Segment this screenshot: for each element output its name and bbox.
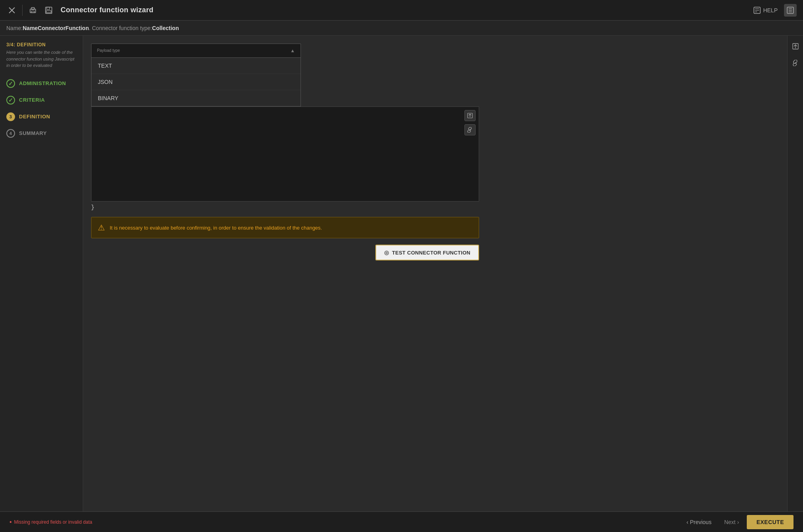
right-export-icon[interactable] bbox=[790, 40, 801, 52]
test-btn-container: ◎ TEST CONNECTOR FUNCTION bbox=[91, 245, 479, 260]
sidebar-item-label-summary: SUMMARY bbox=[19, 130, 47, 136]
prev-arrow-icon: ‹ bbox=[687, 519, 689, 525]
dropdown-option-binary[interactable]: BINARY bbox=[91, 90, 301, 106]
export-icon[interactable] bbox=[464, 110, 476, 121]
dropdown-arrow-icon: ▲ bbox=[290, 48, 295, 53]
link-icon[interactable] bbox=[464, 124, 476, 135]
editor-toolbar bbox=[464, 110, 476, 135]
next-label: Next bbox=[724, 519, 736, 525]
content-area: Payload type ▲ TEXT JSON BINARY bbox=[83, 36, 787, 511]
test-connector-label: TEST CONNECTOR FUNCTION bbox=[392, 250, 470, 256]
print-icon[interactable] bbox=[27, 5, 38, 16]
next-button[interactable]: Next › bbox=[719, 516, 744, 528]
page-title: Connector function wizard bbox=[61, 6, 747, 14]
play-circle-icon: ◎ bbox=[384, 249, 389, 256]
warning-bar: ⚠ It is necessary to evaluate before con… bbox=[91, 217, 479, 238]
dropdown-option-json[interactable]: JSON bbox=[91, 74, 301, 90]
subtitle-prefix: Name: bbox=[6, 25, 23, 31]
svg-rect-7 bbox=[46, 11, 51, 13]
definition-step-circle: 3 bbox=[6, 112, 15, 121]
sidebar-item-label-definition: DEFINITION bbox=[19, 114, 50, 120]
payload-label-small: Payload type bbox=[97, 48, 120, 53]
right-icons-panel bbox=[787, 36, 803, 511]
close-icon[interactable] bbox=[6, 5, 17, 16]
dropdown-menu: TEXT JSON BINARY bbox=[91, 57, 301, 106]
sidebar-item-label-administration: ADMINISTRATION bbox=[19, 80, 66, 86]
connector-type: Collection bbox=[152, 25, 179, 31]
subtitle-bar: Name: NameConnectorFunction . Connector … bbox=[0, 21, 803, 36]
sidebar: 3/4: DEFINITION Here you can write the c… bbox=[0, 36, 83, 511]
next-arrow-icon: › bbox=[737, 519, 739, 525]
warning-triangle-icon: ⚠ bbox=[98, 223, 105, 232]
code-editor-wrapper bbox=[91, 106, 479, 201]
svg-rect-3 bbox=[31, 8, 34, 10]
subtitle-middle: . Connector function type: bbox=[89, 25, 152, 31]
code-closing-brace: } bbox=[91, 204, 779, 211]
error-message: Missing required fields or invalid data bbox=[10, 519, 92, 526]
payload-type-label-container: Payload type bbox=[97, 48, 120, 53]
svg-rect-6 bbox=[47, 7, 49, 10]
payload-type-select[interactable]: Payload type ▲ bbox=[91, 44, 301, 57]
sidebar-item-definition[interactable]: 3 DEFINITION bbox=[0, 108, 83, 125]
previous-button[interactable]: ‹ Previous bbox=[682, 516, 716, 528]
execute-label: EXECUTE bbox=[756, 519, 784, 525]
divider bbox=[22, 5, 23, 16]
save-icon[interactable] bbox=[43, 5, 54, 16]
execute-button[interactable]: EXECUTE bbox=[747, 515, 793, 529]
warning-message: It is necessary to evaluate before confi… bbox=[110, 225, 322, 231]
admin-check-icon: ✓ bbox=[6, 79, 15, 88]
payload-type-dropdown-area: Payload type ▲ TEXT JSON BINARY bbox=[91, 44, 779, 106]
criteria-check-icon: ✓ bbox=[6, 96, 15, 104]
user-icon[interactable] bbox=[784, 4, 797, 17]
main-layout: 3/4: DEFINITION Here you can write the c… bbox=[0, 36, 803, 511]
top-bar-icons bbox=[6, 5, 54, 16]
code-editor[interactable] bbox=[91, 106, 479, 201]
top-bar-right: HELP bbox=[754, 4, 797, 17]
dropdown-option-text[interactable]: TEXT bbox=[91, 58, 301, 74]
summary-step-circle: 4 bbox=[6, 129, 15, 138]
sidebar-item-criteria[interactable]: ✓ CRITERIA bbox=[0, 92, 83, 108]
previous-label: Previous bbox=[690, 519, 711, 525]
help-button[interactable]: HELP bbox=[754, 7, 778, 14]
bottom-bar: Missing required fields or invalid data … bbox=[0, 511, 803, 532]
help-label: HELP bbox=[763, 7, 778, 13]
sidebar-item-summary[interactable]: 4 SUMMARY bbox=[0, 125, 83, 142]
step-description: Here you can write the code of the conne… bbox=[0, 49, 83, 75]
top-bar: Connector function wizard HELP bbox=[0, 0, 803, 21]
sidebar-item-label-criteria: CRITERIA bbox=[19, 97, 45, 103]
step-label: 3/4: DEFINITION bbox=[0, 42, 83, 49]
connector-name: NameConnectorFunction bbox=[23, 25, 89, 31]
bottom-nav: ‹ Previous Next › EXECUTE bbox=[682, 515, 793, 529]
right-link-icon[interactable] bbox=[790, 57, 801, 69]
sidebar-item-administration[interactable]: ✓ ADMINISTRATION bbox=[0, 75, 83, 92]
test-connector-button[interactable]: ◎ TEST CONNECTOR FUNCTION bbox=[375, 245, 479, 260]
